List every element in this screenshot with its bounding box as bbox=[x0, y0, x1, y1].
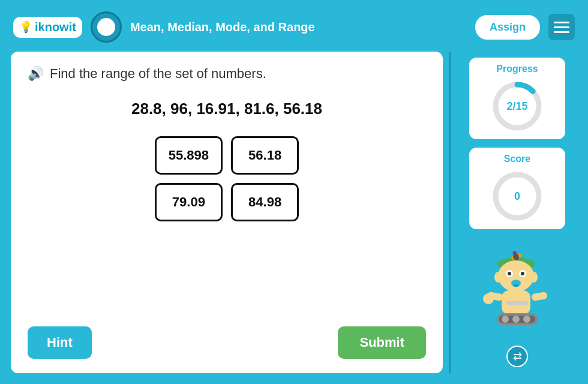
answer-option-a[interactable]: 55.898 bbox=[155, 136, 223, 175]
nav-arrow-button[interactable]: ⇄ bbox=[506, 346, 528, 367]
logo-text: iknowit bbox=[35, 20, 76, 34]
question-text: Find the range of the set of numbers. bbox=[50, 66, 266, 82]
subject-icon bbox=[91, 11, 122, 43]
bottom-buttons: Hint Submit bbox=[28, 314, 426, 359]
answer-option-d[interactable]: 84.98 bbox=[231, 183, 299, 221]
answer-grid: 55.898 56.18 79.09 84.98 bbox=[155, 136, 299, 221]
app-frame: 💡 iknowit Mean, Median, Mode, and Range … bbox=[6, 6, 582, 378]
progress-ring: 2/15 bbox=[490, 79, 544, 133]
hamburger-line-1 bbox=[554, 22, 569, 23]
svg-point-30 bbox=[502, 316, 509, 323]
score-section: Score 0 bbox=[469, 148, 565, 229]
svg-point-3 bbox=[104, 32, 108, 36]
score-ring: 0 bbox=[490, 169, 544, 223]
page-title: Mean, Median, Mode, and Range bbox=[130, 20, 467, 34]
number-set: 28.8, 96, 16.91, 81.6, 56.18 bbox=[28, 100, 426, 118]
submit-button[interactable]: Submit bbox=[338, 326, 426, 359]
svg-point-32 bbox=[523, 316, 530, 323]
progress-label: Progress bbox=[478, 64, 557, 74]
answer-option-b[interactable]: 56.18 bbox=[231, 136, 299, 175]
svg-point-1 bbox=[103, 24, 109, 30]
speaker-icon[interactable]: 🔊 bbox=[28, 66, 44, 82]
answer-option-c[interactable]: 79.09 bbox=[155, 183, 223, 221]
svg-point-5 bbox=[110, 25, 115, 29]
progress-section: Progress 2/15 bbox=[469, 58, 565, 139]
hamburger-line-3 bbox=[554, 31, 569, 33]
svg-point-19 bbox=[521, 272, 524, 275]
question-header: 🔊 Find the range of the set of numbers. bbox=[28, 66, 426, 82]
svg-point-2 bbox=[104, 19, 108, 23]
header: 💡 iknowit Mean, Median, Mode, and Range … bbox=[6, 6, 582, 48]
svg-point-31 bbox=[512, 316, 520, 323]
svg-point-14 bbox=[513, 254, 519, 260]
svg-point-22 bbox=[494, 272, 502, 283]
progress-value: 2/15 bbox=[506, 100, 527, 113]
mascot-icon bbox=[469, 239, 565, 335]
hint-button[interactable]: Hint bbox=[28, 326, 92, 359]
panel-divider bbox=[449, 52, 451, 373]
mascot-area bbox=[469, 238, 565, 335]
svg-point-23 bbox=[530, 272, 538, 283]
assign-button[interactable]: Assign bbox=[475, 15, 540, 40]
svg-rect-33 bbox=[506, 301, 528, 305]
svg-point-18 bbox=[508, 272, 511, 275]
score-value: 0 bbox=[514, 190, 520, 203]
svg-point-15 bbox=[498, 260, 534, 292]
svg-rect-26 bbox=[531, 292, 548, 301]
question-panel: 🔊 Find the range of the set of numbers. … bbox=[11, 52, 443, 373]
svg-point-4 bbox=[97, 25, 101, 29]
score-label: Score bbox=[478, 154, 557, 164]
main-area: 🔊 Find the range of the set of numbers. … bbox=[6, 48, 582, 378]
logo-icon: 💡 bbox=[19, 20, 32, 34]
arrow-icon: ⇄ bbox=[513, 350, 522, 363]
svg-rect-21 bbox=[514, 284, 518, 287]
hamburger-line-2 bbox=[554, 26, 569, 28]
svg-point-27 bbox=[483, 293, 494, 304]
right-panel: Progress 2/15 Score 0 bbox=[457, 52, 577, 373]
logo: 💡 iknowit bbox=[13, 17, 82, 38]
menu-button[interactable] bbox=[548, 14, 575, 40]
